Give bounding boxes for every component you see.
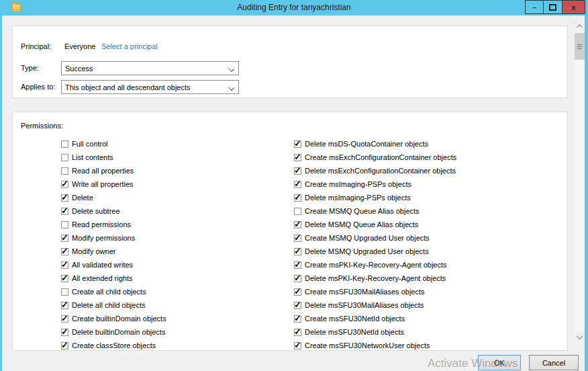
permissions-panel: Permissions: Full controlList contentsRe…	[12, 112, 568, 351]
checked-checkbox-icon[interactable]	[61, 181, 68, 188]
permission-label: Create MSMQ Queue Alias objects	[305, 207, 420, 215]
permission-row: Full control	[61, 137, 108, 151]
titlebar[interactable]: Auditing Entry for tanyachristian – x	[0, 0, 588, 15]
permission-label: Delete MSMQ Queue Alias objects	[305, 220, 418, 229]
permission-label: Delete msSFU30MailAliases objects	[305, 301, 424, 309]
checked-checkbox-icon[interactable]	[61, 208, 68, 215]
checked-checkbox-icon[interactable]	[61, 261, 68, 269]
checked-checkbox-icon[interactable]	[61, 248, 68, 255]
checked-checkbox-icon[interactable]	[294, 275, 301, 282]
permission-row: Read all properties	[61, 164, 134, 177]
checked-checkbox-icon[interactable]	[294, 342, 301, 349]
scrollbar-thumb[interactable]	[575, 33, 585, 60]
permission-label: Create MSMQ Upgraded User objects	[305, 234, 430, 242]
checked-checkbox-icon[interactable]	[61, 329, 68, 336]
permission-row: Delete MSMQ Upgraded User objects	[294, 245, 429, 258]
applies-to-select[interactable]: This object and all descendant objects	[61, 80, 239, 94]
checked-checkbox-icon[interactable]	[294, 261, 301, 269]
select-principal-link[interactable]: Select a principal	[101, 42, 158, 50]
auditing-entry-dialog: Auditing Entry for tanyachristian – x Pr…	[0, 0, 588, 371]
permission-label: Modify permissions	[72, 234, 135, 242]
permission-label: Delete all child objects	[72, 301, 145, 309]
checked-checkbox-icon[interactable]	[294, 167, 301, 175]
dialog-footer: OK Cancel	[0, 351, 588, 371]
checked-checkbox-icon[interactable]	[61, 235, 68, 242]
checked-checkbox-icon[interactable]	[61, 315, 68, 323]
permission-row: Create msExchConfigurationContainer obje…	[294, 151, 456, 164]
checked-checkbox-icon[interactable]	[294, 194, 301, 202]
checked-checkbox-icon[interactable]	[61, 275, 68, 282]
chevron-down-icon	[228, 85, 234, 91]
applies-to-select-value: This object and all descendant objects	[65, 83, 191, 91]
checked-checkbox-icon[interactable]	[61, 342, 68, 349]
type-select[interactable]: Success	[61, 61, 239, 75]
ok-button[interactable]: OK	[478, 355, 521, 370]
permission-label: Create msSFU30NetworkUser objects	[305, 341, 430, 349]
vertical-scrollbar[interactable]	[575, 21, 585, 343]
principal-value: Everyone	[64, 42, 95, 50]
type-select-value: Success	[65, 65, 93, 73]
permission-row: Delete msSFU30NetId objects	[294, 325, 404, 339]
permission-row: Create msSFU30NetworkUser objects	[294, 339, 430, 352]
checked-checkbox-icon[interactable]	[294, 140, 301, 148]
window-controls: – x	[525, 0, 585, 14]
permission-label: Delete msPKI-Key-Recovery-Agent objects	[305, 274, 446, 282]
checked-checkbox-icon[interactable]	[294, 181, 301, 188]
minimize-icon: –	[532, 5, 536, 10]
permission-row: Modify permissions	[61, 231, 135, 245]
permission-row: Delete all child objects	[61, 298, 145, 312]
permission-row: Write all properties	[61, 177, 134, 191]
permission-label: Modify owner	[72, 247, 115, 255]
permission-row: Delete msExchConfigurationContainer obje…	[294, 164, 456, 177]
permission-row: Delete msPKI-Key-Recovery-Agent objects	[294, 272, 446, 285]
permission-row: Delete msDS-QuotaContainer objects	[294, 137, 428, 151]
checked-checkbox-icon[interactable]	[294, 248, 301, 255]
permission-row: Modify owner	[61, 245, 115, 258]
permission-label: All validated writes	[72, 261, 133, 269]
permission-label: Delete msSFU30NetId objects	[305, 328, 404, 336]
permission-label: Create classStore objects	[72, 341, 156, 349]
permission-label: Delete msDS-QuotaContainer objects	[305, 140, 428, 148]
permission-row: Create all child objects	[61, 285, 146, 298]
permission-label: Create builtinDomain objects	[72, 315, 166, 323]
close-button[interactable]: x	[562, 0, 585, 14]
checked-checkbox-icon[interactable]	[294, 315, 301, 323]
permission-row: All extended rights	[61, 272, 133, 285]
checked-checkbox-icon[interactable]	[294, 235, 301, 242]
checked-checkbox-icon[interactable]	[294, 302, 301, 309]
principal-panel: Principal: Everyone Select a principal T…	[12, 26, 568, 98]
scrollbar-down-arrow[interactable]	[575, 332, 585, 343]
checked-checkbox-icon[interactable]	[294, 221, 301, 229]
permission-label: Create msImaging-PSPs objects	[305, 180, 411, 188]
principal-label: Principal:	[21, 42, 51, 50]
type-label: Type:	[21, 64, 39, 72]
permission-label: Read permissions	[72, 220, 131, 229]
unchecked-checkbox-icon[interactable]	[61, 154, 68, 161]
checked-checkbox-icon[interactable]	[294, 329, 301, 336]
chevron-down-icon	[577, 333, 583, 339]
permissions-label: Permissions:	[21, 122, 63, 130]
applies-to-label: Applies to:	[21, 83, 55, 91]
unchecked-checkbox-icon[interactable]	[61, 288, 68, 296]
checked-checkbox-icon[interactable]	[61, 302, 68, 309]
checked-checkbox-icon[interactable]	[294, 154, 301, 161]
cancel-button[interactable]: Cancel	[529, 355, 579, 370]
maximize-button[interactable]	[544, 0, 562, 14]
chevron-up-icon	[577, 24, 583, 30]
scrollbar-up-arrow[interactable]	[575, 21, 585, 32]
permission-row: Delete	[61, 191, 93, 204]
unchecked-checkbox-icon[interactable]	[61, 221, 68, 229]
permission-label: Delete MSMQ Upgraded User objects	[305, 247, 429, 255]
unchecked-checkbox-icon[interactable]	[61, 140, 68, 148]
permission-row: Create msPKI-Key-Recovery-Agent objects	[294, 258, 447, 272]
permission-row: Delete msSFU30MailAliases objects	[294, 298, 424, 312]
close-icon: x	[571, 3, 575, 11]
unchecked-checkbox-icon[interactable]	[294, 208, 301, 215]
permission-row: Create msImaging-PSPs objects	[294, 177, 411, 191]
unchecked-checkbox-icon[interactable]	[61, 167, 68, 175]
checked-checkbox-icon[interactable]	[61, 194, 68, 202]
permission-label: All extended rights	[72, 274, 133, 282]
checked-checkbox-icon[interactable]	[294, 288, 301, 296]
permission-row: Create msSFU30MailAliases objects	[294, 285, 425, 298]
minimize-button[interactable]: –	[525, 0, 544, 14]
